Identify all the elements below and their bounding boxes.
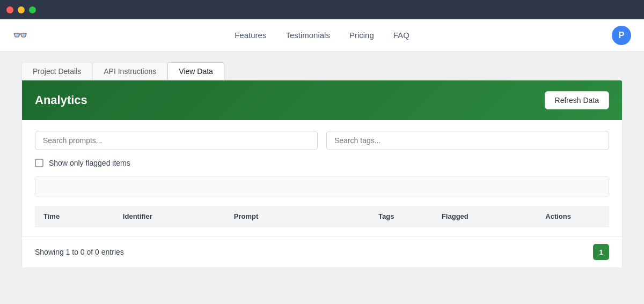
avatar[interactable]: P [612,26,631,45]
nav-link-faq[interactable]: FAQ [393,31,409,40]
nav-links: Features Testimonials Pricing FAQ [235,31,409,40]
page-container: Project Details API Instructions View Da… [0,51,644,279]
nav-link-testimonials[interactable]: Testimonials [286,31,330,40]
nav-link-pricing[interactable]: Pricing [349,31,374,40]
col-actions: Actions [507,206,609,227]
col-tags: Tags [324,206,402,227]
analytics-title: Analytics [35,93,87,107]
analytics-card: Analytics Refresh Data Show only flagged… [21,80,623,268]
col-time: Time [35,206,114,227]
nav-link-features[interactable]: Features [235,31,266,40]
tab-project-details[interactable]: Project Details [21,62,92,80]
search-prompts-input[interactable] [35,131,318,150]
logo: 👓 [13,28,27,42]
tabs: Project Details API Instructions View Da… [21,62,623,80]
flagged-items-checkbox[interactable] [35,159,43,167]
traffic-light-yellow[interactable] [18,6,25,13]
logo-icon: 👓 [13,28,27,42]
showing-text: Showing 1 to 0 of 0 entries [35,248,124,256]
refresh-data-button[interactable]: Refresh Data [545,91,609,109]
col-flagged: Flagged [402,206,507,227]
topbar [0,0,644,19]
data-table: Time Identifier Prompt Tags Flagged Acti… [35,206,609,227]
col-prompt: Prompt [225,206,325,227]
analytics-header: Analytics Refresh Data [22,80,622,120]
traffic-light-red[interactable] [6,6,13,13]
filters-section: Show only flagged items Time Identifier … [22,120,622,236]
search-tags-input[interactable] [326,131,609,150]
tab-view-data[interactable]: View Data [167,62,224,80]
search-row [35,131,609,150]
tab-api-instructions[interactable]: API Instructions [92,62,167,80]
col-identifier: Identifier [114,206,225,227]
page-1-button[interactable]: 1 [593,244,609,260]
table-footer: Showing 1 to 0 of 0 entries 1 [22,236,622,268]
flagged-items-label: Show only flagged items [49,159,130,167]
navbar: 👓 Features Testimonials Pricing FAQ P [0,19,644,51]
checkbox-row: Show only flagged items [35,159,609,167]
table-header: Time Identifier Prompt Tags Flagged Acti… [35,206,609,227]
pagination: 1 [593,244,609,260]
traffic-light-green[interactable] [29,6,36,13]
empty-bar [35,176,609,197]
